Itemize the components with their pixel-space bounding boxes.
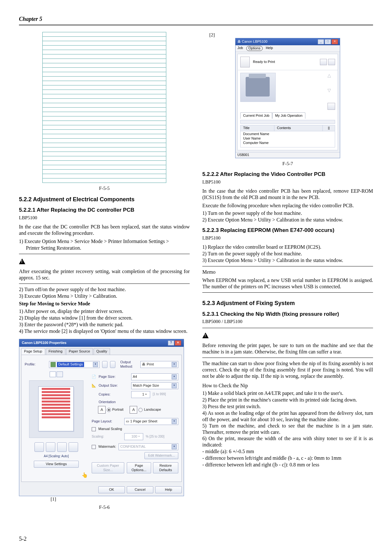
scaling-caption: A4 [Scaling: Auto] — [44, 454, 69, 458]
edit-watermark-button: Edit Watermark... — [144, 452, 178, 459]
manual-scaling-checkbox[interactable] — [92, 427, 96, 431]
step-text: 6) On the print, measure the width of th… — [202, 435, 373, 448]
menu-help[interactable]: Help — [266, 46, 273, 51]
output-size-dropdown[interactable]: Match Page Size ▾ — [131, 382, 178, 389]
warning-icon — [202, 333, 209, 338]
step-text: 1) Turn on the power supply of the host … — [202, 210, 373, 216]
list-item: Document Name — [243, 132, 332, 136]
step-text: 2) Display the status window [1] from th… — [19, 315, 190, 321]
landscape-label: Landscape — [144, 408, 161, 412]
ok-button[interactable]: OK — [98, 486, 125, 493]
watermark-label: Watermark: — [98, 445, 116, 449]
restore-defaults-button[interactable]: Restore Defaults — [153, 462, 179, 474]
step-text: 4) The service mode [2] is displayed on … — [19, 328, 190, 334]
scroll-down-icon[interactable]: ▽ — [328, 88, 335, 93]
preview-tab[interactable] — [50, 371, 56, 377]
step-text: 4) As soon as the leading edge of the pr… — [202, 410, 373, 423]
close-button[interactable]: × — [175, 340, 181, 346]
tab-page-setup[interactable]: Page Setup — [21, 348, 45, 355]
printer-image — [240, 73, 276, 102]
memo-head: Memo — [202, 269, 373, 275]
bullet-text: - middle (a): 6 +/-0.5 mm — [202, 448, 373, 455]
page-layout-dropdown[interactable]: ▭ 1 Page per Sheet ▾ — [124, 418, 178, 425]
output-method-label: Output Method: — [120, 360, 138, 369]
heading-5-2-2-2: 5.2.2.2 After Replacing the Video Contro… — [202, 171, 373, 178]
close-button[interactable]: × — [332, 39, 338, 44]
output-method-value: Print — [147, 362, 154, 367]
job-list: Title Contents || Document Name User Nam… — [240, 125, 335, 147]
tab-finishing[interactable]: Finishing — [46, 348, 65, 355]
chevron-down-icon[interactable]: ▾ — [172, 374, 177, 379]
maximize-button[interactable]: □ — [325, 39, 331, 44]
custom-paper-size-button[interactable]: Custom Paper Size... — [92, 462, 124, 474]
layout-preset-button[interactable] — [46, 442, 55, 452]
tab-current-job[interactable]: Current Print Job — [240, 112, 272, 119]
tab-paper-source[interactable]: Paper Source — [66, 348, 93, 355]
tab-my-job[interactable]: My Job Operation — [272, 112, 305, 119]
col-contents[interactable]: Contents — [274, 125, 323, 131]
chevron-down-icon[interactable]: ▾ — [172, 383, 177, 388]
heading-5-2-2-1: 5.2.2.1 After Replacing the DC controlle… — [19, 207, 190, 213]
help-button[interactable]: ? — [168, 340, 174, 346]
left-column: F-5-5 5.2.2 Adjustment of Electrical Com… — [19, 32, 190, 515]
layout-preset-button[interactable] — [69, 442, 78, 452]
body-text: The machine can start to show poor fixin… — [202, 360, 373, 379]
view-settings-button[interactable]: View Settings — [34, 461, 79, 468]
portrait-icon: A — [98, 406, 106, 414]
portrait-radio[interactable] — [107, 408, 111, 412]
window-title: Canon LBP5100 Properties — [22, 341, 66, 345]
stepper-icon[interactable]: ▴ — [145, 393, 149, 396]
preview-tab[interactable] — [57, 371, 63, 377]
col-title[interactable]: Title — [241, 125, 274, 131]
tab-quality[interactable]: Quality — [94, 348, 110, 355]
titlebar[interactable]: Canon LBP5100 Properties ? × — [19, 339, 184, 347]
intro-text: In the case that the DC controller PCB h… — [19, 224, 190, 236]
menu-options[interactable]: Options — [246, 46, 263, 51]
layout-preset-button[interactable] — [57, 442, 67, 452]
watermark-checkbox[interactable] — [92, 445, 96, 449]
refresh-button[interactable] — [328, 103, 335, 110]
page-size-label: Page Size: — [99, 375, 129, 379]
profile-add-button[interactable] — [102, 361, 107, 368]
step-text: 1) Execute Option Menu > Service Mode > … — [19, 238, 190, 245]
profile-edit-button[interactable] — [110, 361, 115, 368]
menu-job[interactable]: Job — [237, 46, 243, 51]
cancel-button[interactable]: Cancel — [127, 486, 153, 493]
properties-window: Canon LBP5100 Properties ? × Page Setup … — [19, 339, 184, 496]
model-label: LBP5100 — [202, 179, 373, 185]
step-text: 1) After power on, display the printer d… — [19, 308, 190, 315]
figure-5-7-caption: F-5-7 — [202, 161, 373, 167]
copies-label: Copies: — [99, 392, 129, 397]
help-button[interactable]: Help — [155, 486, 182, 493]
heading-5-2-2: 5.2.2 Adjustment of Electrical Component… — [19, 196, 190, 203]
chevron-down-icon[interactable]: ▾ — [172, 419, 177, 424]
output-method-dropdown[interactable]: 🖶 Print ▾ — [140, 361, 178, 368]
stepper-icon: ▴ — [138, 435, 142, 439]
list-item: User Name — [243, 136, 332, 141]
landscape-radio[interactable] — [138, 408, 143, 412]
page-options-button[interactable]: Page Options... — [127, 462, 151, 474]
profile-value: Default Settings — [57, 362, 84, 367]
bullet-text: - difference between left/right and midd… — [202, 455, 373, 461]
status-window: 🖶 Canon LBP5100 _ □ × Job Options Help — [235, 38, 340, 158]
step-text: Printer Setting Restoration. — [19, 245, 190, 251]
copies-value: 1 — [142, 392, 144, 397]
step-text: 1) Replace the video controller board or… — [202, 244, 373, 250]
profile-dropdown[interactable]: Default Settings ▾ — [49, 361, 100, 368]
page-size-dropdown[interactable]: A4 ▾ — [131, 373, 178, 380]
manual-scaling-label: Manual Scaling — [98, 427, 122, 431]
scroll-up-icon[interactable]: △ — [328, 73, 335, 78]
toolbar-icon[interactable] — [320, 59, 327, 65]
chevron-down-icon[interactable]: ▾ — [172, 362, 177, 367]
progress-bar — [240, 120, 335, 124]
copies-stepper[interactable]: 1 ▴ — [131, 391, 150, 398]
chevron-down-icon[interactable]: ▾ — [93, 362, 98, 367]
minimize-button[interactable]: _ — [318, 39, 324, 44]
model-label: LBP5100 — [19, 215, 190, 221]
layout-preset-button[interactable] — [34, 442, 44, 452]
titlebar[interactable]: 🖶 Canon LBP5100 _ □ × — [236, 38, 340, 45]
toolbar-icon[interactable] — [328, 59, 335, 65]
step-text: 5) Turn on the machine, and check to see… — [202, 423, 373, 435]
step-text: 2) Turn off/on the power supply of the h… — [19, 286, 190, 293]
pause-button[interactable]: || — [323, 125, 335, 131]
